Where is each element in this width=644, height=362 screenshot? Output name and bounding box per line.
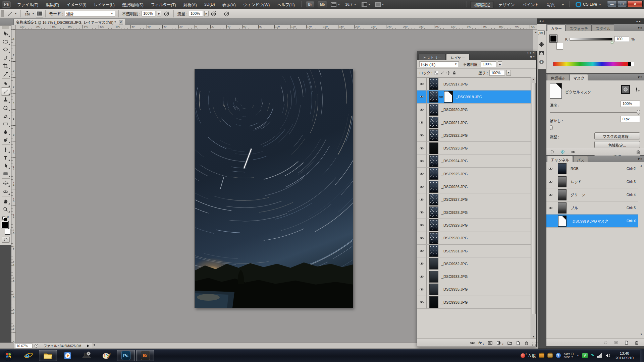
scroll-up-icon[interactable]: ▲	[640, 164, 643, 167]
channel-row[interactable]: レッド Ctrl+3	[546, 175, 638, 188]
tool-button[interactable]	[1, 62, 10, 70]
layer-visibility-toggle[interactable]	[417, 296, 427, 308]
notification-icon[interactable]	[521, 353, 525, 358]
status-zoom-input[interactable]: 16.67%	[15, 344, 33, 348]
layer-row[interactable]: _DSC9929.JPG	[417, 219, 531, 232]
menu-item[interactable]: 3D(D)	[201, 0, 219, 9]
sync-tray-icon[interactable]: ⇄	[582, 353, 588, 358]
workspace-button[interactable]: ペイント	[520, 1, 542, 8]
layer-visibility-toggle[interactable]	[417, 206, 427, 219]
menu-item[interactable]: ファイル(F)	[13, 0, 42, 9]
tablet-pressure-opacity-button[interactable]	[163, 10, 170, 17]
layer-thumbnail[interactable]	[429, 155, 438, 167]
tablet-pressure-size-button[interactable]	[223, 10, 230, 17]
tab-styles[interactable]: スタイル	[592, 24, 614, 31]
taskbar-media-player-button[interactable]	[58, 350, 76, 361]
taskbar-photoshop-button[interactable]: Ps	[117, 350, 135, 361]
dock-collapse-icon[interactable]: ◄◄	[537, 18, 546, 24]
channel-visibility-toggle[interactable]	[546, 188, 555, 201]
k-slider-thumb[interactable]	[611, 41, 613, 43]
tool-button[interactable]	[1, 104, 10, 112]
layer-row[interactable]: _DSC9933.JPG	[417, 270, 531, 283]
lock-position-icon[interactable]	[446, 71, 450, 75]
document-image[interactable]	[195, 69, 353, 308]
layer-visibility-toggle[interactable]	[417, 283, 427, 296]
tool-button[interactable]	[1, 70, 10, 78]
layer-row[interactable]: _DSC9925.JPG	[417, 168, 531, 180]
zoom-level-control[interactable]: 16.7▼	[345, 2, 356, 6]
save-selection-as-channel-icon[interactable]	[613, 340, 619, 345]
tool-button[interactable]	[1, 170, 10, 178]
cs-live-button[interactable]: CS Live▼	[576, 2, 601, 7]
layer-row[interactable]: _DSC9917.JPG	[417, 78, 531, 90]
document-tab[interactable]: 名称未設定1 @ 16.7% (_DSC9919.JPG, レイヤーマスク/8)…	[13, 19, 126, 25]
feather-slider-thumb[interactable]	[550, 125, 553, 130]
layer-name[interactable]: _DSC9933.JPG	[441, 275, 468, 279]
menu-item[interactable]: ヘルプ(H)	[273, 0, 299, 9]
add-layer-mask-icon[interactable]	[488, 341, 493, 345]
layer-name[interactable]: _DSC9917.JPG	[441, 82, 468, 86]
background-color-swatch[interactable]	[5, 229, 10, 235]
layer-name[interactable]: _DSC9932.JPG	[441, 262, 468, 266]
workspace-button[interactable]: デザイン	[495, 1, 518, 8]
layer-name[interactable]: _DSC9924.JPG	[441, 159, 468, 163]
tab-masks[interactable]: マスク	[570, 74, 588, 80]
status-options-icon[interactable]	[87, 345, 89, 347]
fill-slider-button[interactable]: ▶	[506, 70, 511, 76]
tool-preset-picker[interactable]: ▼	[6, 10, 17, 17]
layer-name[interactable]: _DSC9927.JPG	[441, 197, 468, 201]
channel-name[interactable]: RGB	[571, 167, 579, 171]
launch-bridge-button[interactable]: Br	[306, 1, 314, 7]
tab-history[interactable]: ヒストリー	[419, 54, 446, 60]
layer-name[interactable]: _DSC9923.JPG	[441, 146, 468, 150]
density-slider[interactable]	[550, 112, 640, 113]
info-panel-button[interactable]	[538, 58, 545, 65]
layer-visibility-toggle[interactable]	[417, 155, 427, 167]
channel-thumbnail[interactable]	[558, 189, 567, 200]
help-tray-icon[interactable]: ?	[556, 353, 561, 358]
quick-mask-mode-button[interactable]	[2, 237, 10, 243]
taskbar-device-utility-button[interactable]	[78, 350, 96, 361]
tool-button[interactable]	[1, 112, 10, 120]
color-spectrum-ramp[interactable]	[553, 62, 634, 66]
layer-visibility-toggle[interactable]	[417, 168, 427, 180]
arrange-documents-button[interactable]: ▼	[362, 2, 371, 7]
channel-thumbnail[interactable]	[558, 163, 567, 174]
tool-button[interactable]	[1, 79, 10, 87]
connect-tray-icon[interactable]: ↷	[591, 353, 594, 358]
layer-visibility-toggle[interactable]	[417, 90, 427, 103]
k-slider[interactable]	[570, 38, 612, 41]
layer-opacity-slider-button[interactable]: ▶	[498, 61, 502, 67]
flow-input[interactable]: 100%	[189, 11, 203, 16]
layer-name[interactable]: _DSC9930.JPG	[441, 236, 468, 240]
layer-thumbnail[interactable]	[429, 117, 438, 128]
background-color-swatch[interactable]	[556, 43, 563, 50]
layer-style-icon[interactable]: fx	[478, 341, 482, 345]
toolbox-tray-icon[interactable]	[547, 353, 553, 358]
panel-collapse-close-icons[interactable]: ◄◄ ✕	[526, 52, 535, 54]
ime-mode-indicator[interactable]: A 般	[528, 353, 536, 358]
mask-to-selection-icon[interactable]	[550, 149, 555, 154]
launch-mini-bridge-button[interactable]: Mb	[318, 1, 327, 7]
minimize-button[interactable]: —	[607, 1, 617, 7]
layer-name[interactable]: _DSC9922.JPG	[441, 133, 468, 137]
layer-row[interactable]: _DSC9927.JPG	[417, 193, 531, 206]
network-signal-icon[interactable]	[597, 353, 602, 358]
apply-mask-icon[interactable]	[560, 149, 565, 154]
tool-button[interactable]	[1, 128, 10, 136]
layer-thumbnail[interactable]	[429, 181, 438, 193]
tool-button[interactable]	[1, 179, 10, 187]
layer-visibility-toggle[interactable]	[417, 180, 427, 193]
disable-mask-icon[interactable]	[571, 149, 576, 154]
taskbar-ie-button[interactable]	[19, 350, 38, 361]
menu-item[interactable]: 編集(E)	[42, 0, 63, 9]
options-bar-grip[interactable]	[1, 10, 4, 17]
delete-layer-icon[interactable]	[524, 341, 529, 345]
layer-row[interactable]: _DSC9935.JPG	[417, 283, 531, 296]
black-white-ramp[interactable]	[628, 62, 634, 66]
layer-visibility-toggle[interactable]	[417, 142, 427, 154]
channel-thumbnail[interactable]	[558, 176, 567, 187]
navigator-panel-button[interactable]	[538, 41, 545, 48]
mask-link-icon[interactable]	[439, 95, 443, 99]
brush-preset-picker[interactable]: 156 ▼	[24, 11, 35, 16]
